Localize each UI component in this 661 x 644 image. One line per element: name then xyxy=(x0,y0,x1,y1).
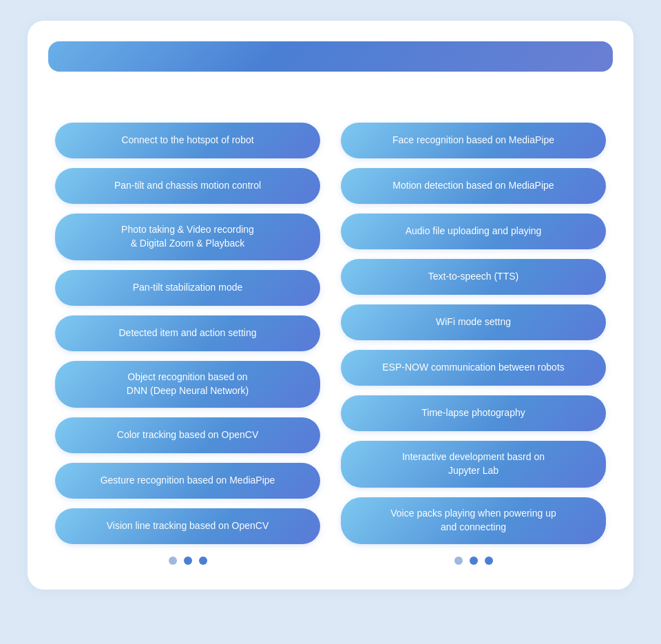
feature-btn-voice-packs[interactable]: Voice packs playing when powering up and… xyxy=(341,497,606,544)
feature-btn-pan-tilt-motion[interactable]: Pan-tilt and chassis motion control xyxy=(55,168,320,204)
left-dots xyxy=(55,551,320,565)
dots-container xyxy=(48,551,613,565)
right-dots xyxy=(341,551,606,565)
feature-btn-motion-detection[interactable]: Motion detection based on MediaPipe xyxy=(341,168,606,204)
feature-btn-tts[interactable]: Text-to-speech (TTS) xyxy=(341,259,606,295)
feature-btn-face-recognition[interactable]: Face recognition based on MediaPipe xyxy=(341,123,606,158)
right-dot-0[interactable] xyxy=(454,557,463,565)
feature-btn-audio-upload[interactable]: Audio file uploading and playing xyxy=(341,214,606,249)
features-grid: Connect to the hotspot of robotPan-tilt … xyxy=(48,123,613,544)
subtitle-text xyxy=(48,84,613,106)
left-dot-0[interactable] xyxy=(169,557,177,565)
header-banner xyxy=(48,41,613,72)
feature-btn-jupyter[interactable]: Interactive development basrd on Jupyter… xyxy=(341,441,606,488)
feature-btn-esp-now[interactable]: ESP-NOW communication between robots xyxy=(341,350,606,386)
feature-btn-vision-line[interactable]: Vision line tracking based on OpenCV xyxy=(55,508,320,544)
main-card: Connect to the hotspot of robotPan-tilt … xyxy=(28,21,633,590)
feature-btn-connect-hotspot[interactable]: Connect to the hotspot of robot xyxy=(55,123,320,158)
left-dot-2[interactable] xyxy=(199,557,207,565)
feature-btn-color-tracking[interactable]: Color tracking based on OpenCV xyxy=(55,417,320,453)
left-dot-1[interactable] xyxy=(184,557,192,565)
feature-btn-wifi-mode[interactable]: WiFi mode settng xyxy=(341,304,606,340)
feature-btn-object-recognition[interactable]: Object recognition based on DNN (Deep Ne… xyxy=(55,361,320,408)
feature-btn-photo-video[interactable]: Photo taking & Video recording & Digital… xyxy=(55,214,320,260)
feature-btn-detected-item[interactable]: Detected item and action setting xyxy=(55,315,320,351)
right-column: Face recognition based on MediaPipeMotio… xyxy=(341,123,606,544)
feature-btn-time-lapse[interactable]: Time-lapse photography xyxy=(341,395,606,431)
left-column: Connect to the hotspot of robotPan-tilt … xyxy=(55,123,320,544)
feature-btn-pan-tilt-stabilization[interactable]: Pan-tilt stabilization mode xyxy=(55,270,320,306)
right-dot-1[interactable] xyxy=(470,557,478,565)
feature-btn-gesture-recognition[interactable]: Gesture recognition based on MediaPipe xyxy=(55,463,320,499)
right-dot-2[interactable] xyxy=(485,557,493,565)
